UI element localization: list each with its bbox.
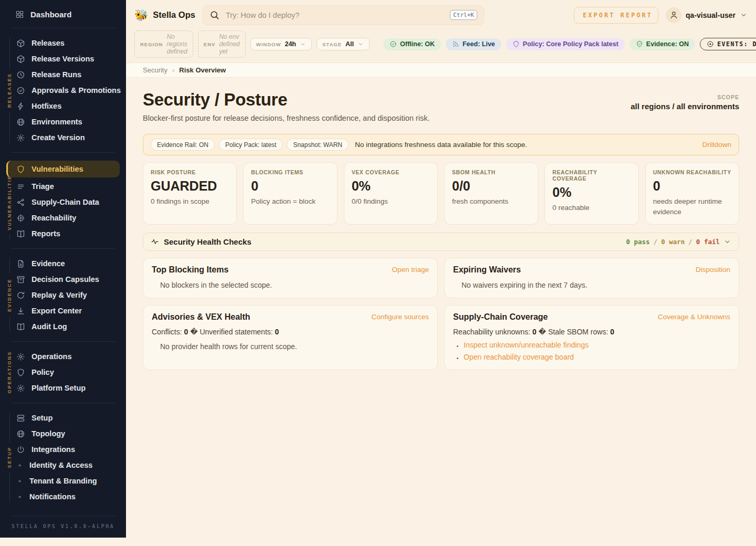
sidebar-item-label: Tenant & Branding bbox=[29, 477, 97, 485]
sidebar-item-label: Topology bbox=[32, 429, 65, 438]
evidence-rail-chip[interactable]: Evidence Rail: ON bbox=[151, 139, 215, 151]
sidebar-item-hotfixes[interactable]: Hotfixes bbox=[0, 98, 126, 114]
metric-label: BLOCKING ITEMS bbox=[251, 169, 329, 175]
region-label: REGION bbox=[140, 41, 163, 47]
drilldown-link[interactable]: Drilldown bbox=[702, 141, 731, 149]
sidebar-item-label: Triage bbox=[32, 182, 54, 191]
evidence-status-pill[interactable]: Evidence: ON bbox=[629, 38, 695, 50]
disposition-link[interactable]: Disposition bbox=[696, 266, 730, 274]
sidebar-item-label: Notifications bbox=[29, 492, 76, 501]
activity-icon bbox=[151, 237, 159, 246]
search-shortcut-badge: Ctrl+K bbox=[450, 10, 477, 20]
stage-filter-dropdown[interactable]: STAGE All bbox=[317, 38, 370, 50]
sidebar-item-vulnerabilities[interactable]: Vulnerabilities bbox=[6, 161, 120, 177]
avatar bbox=[666, 7, 681, 23]
panel-row-2: Advisories & VEX Health Configure source… bbox=[143, 305, 739, 370]
snapshot-chip[interactable]: Snapshot: WARN bbox=[287, 139, 349, 151]
coverage-unknowns-link[interactable]: Coverage & Unknowns bbox=[658, 313, 730, 321]
sidebar-divider bbox=[10, 152, 116, 153]
metric-label: SBOM HEALTH bbox=[452, 169, 530, 175]
shield-icon bbox=[16, 165, 25, 174]
events-status-pill[interactable]: EVENTS: DEGRADED bbox=[700, 38, 756, 50]
sidebar-item-release-versions[interactable]: Release Versions bbox=[0, 51, 126, 67]
sidebar-item-environments[interactable]: Environments bbox=[0, 114, 126, 130]
unverified-label: Unverified statements: bbox=[200, 328, 272, 336]
sidebar-item-reports[interactable]: Reports bbox=[0, 226, 126, 242]
clock-icon bbox=[16, 70, 25, 79]
chevron-down-icon[interactable] bbox=[723, 238, 731, 246]
env-filter-chip[interactable]: ENV No env defined yet bbox=[198, 30, 246, 58]
check-circle-icon bbox=[16, 86, 25, 95]
sidebar-item-label: Environments bbox=[32, 118, 82, 126]
feed-status-pill[interactable]: Feed: Live bbox=[446, 38, 501, 50]
open-reachability-board-link[interactable]: Open reachability coverage board bbox=[464, 353, 730, 361]
search-box[interactable]: Ctrl+K bbox=[203, 5, 484, 25]
security-health-checks-bar[interactable]: Security Health Checks 0 pass / 0 warn /… bbox=[143, 233, 739, 251]
inspect-unknown-findings-link[interactable]: Inspect unknown/unreachable findings bbox=[464, 341, 730, 349]
search-input[interactable] bbox=[225, 10, 445, 20]
sidebar-item-evidence[interactable]: Evidence bbox=[0, 256, 126, 271]
sidebar-item-approvals-promotions[interactable]: Approvals & Promotions bbox=[0, 82, 126, 98]
sidebar-group-operations: OPERATIONS Operations Policy Platform Se… bbox=[0, 346, 126, 398]
page-title: Security / Posture bbox=[143, 90, 429, 110]
metric-label: UNKNOWN REACHABILITY bbox=[653, 169, 731, 175]
sidebar-item-decision-capsules[interactable]: Decision Capsules bbox=[0, 271, 126, 287]
health-title: Security Health Checks bbox=[164, 237, 251, 246]
sidebar-item-release-runs[interactable]: Release Runs bbox=[0, 67, 126, 82]
sidebar-item-integrations[interactable]: Integrations bbox=[0, 442, 126, 457]
breadcrumb-parent[interactable]: Security bbox=[143, 66, 167, 74]
book-icon bbox=[16, 229, 25, 238]
bolt-icon bbox=[16, 102, 25, 111]
panel-title: Supply-Chain Coverage bbox=[453, 312, 548, 322]
export-report-button[interactable]: EXPORT REPORT bbox=[574, 7, 658, 24]
metric-card-unknown-reachability: UNKNOWN REACHABILITY 0 needs deeper runt… bbox=[645, 162, 739, 225]
stage-label: STAGE bbox=[322, 41, 342, 47]
sidebar-item-supply-chain-data[interactable]: Supply-Chain Data bbox=[0, 194, 126, 210]
panel-title: Top Blocking Items bbox=[152, 265, 228, 275]
sidebar-item-create-version[interactable]: Create Version bbox=[0, 130, 126, 145]
region-filter-chip[interactable]: REGION No regions defined bbox=[134, 30, 193, 58]
chevron-down-icon bbox=[300, 41, 306, 47]
power-icon bbox=[16, 445, 25, 454]
filter-bar: REGION No regions defined ENV No env def… bbox=[126, 30, 756, 62]
sidebar-item-policy[interactable]: Policy bbox=[0, 364, 126, 380]
sidebar-item-export-center[interactable]: Export Center bbox=[0, 303, 126, 319]
offline-status-pill[interactable]: Offline: OK bbox=[383, 38, 441, 50]
title-block: Security / Posture Blocker-first posture… bbox=[143, 90, 429, 122]
policy-status-pill[interactable]: Policy: Core Policy Pack latest bbox=[506, 38, 625, 50]
panel-header: Top Blocking Items Open triage bbox=[152, 265, 429, 275]
sidebar-item-triage[interactable]: Triage bbox=[0, 178, 126, 194]
sidebar-item-replay-verify[interactable]: Replay & Verify bbox=[0, 287, 126, 303]
window-filter-dropdown[interactable]: WINDOW 24h bbox=[250, 38, 312, 50]
sidebar-item-notifications[interactable]: Notifications bbox=[0, 489, 126, 505]
sidebar-item-operations[interactable]: Operations bbox=[0, 349, 126, 364]
health-fail-count: 0 fail bbox=[696, 238, 720, 246]
sidebar-item-tenant-branding[interactable]: Tenant & Branding bbox=[0, 473, 126, 489]
sidebar-item-releases[interactable]: Releases bbox=[0, 35, 126, 51]
open-triage-link[interactable]: Open triage bbox=[392, 266, 429, 274]
metric-card-reachability-coverage: REACHABILITY COVERAGE 0% 0 reachable bbox=[544, 162, 638, 225]
sidebar-item-audit-log[interactable]: Audit Log bbox=[0, 319, 126, 334]
sidebar-item-setup[interactable]: Setup bbox=[0, 410, 126, 426]
sidebar-item-reachability[interactable]: Reachability bbox=[0, 210, 126, 226]
policy-pack-chip[interactable]: Policy Pack: latest bbox=[219, 139, 282, 151]
check-circle-icon bbox=[390, 40, 397, 48]
sidebar-item-topology[interactable]: Topology bbox=[0, 426, 126, 442]
empty-state-text: No waivers expiring in the next 7 days. bbox=[453, 281, 730, 289]
sidebar-item-platform-setup[interactable]: Platform Setup bbox=[0, 380, 126, 396]
title-row: Security / Posture Blocker-first posture… bbox=[143, 90, 739, 122]
sidebar-item-label: Reports bbox=[32, 229, 60, 238]
main-column: 🐝 Stella Ops Ctrl+K EXPORT REPORT qa-vis… bbox=[126, 0, 756, 546]
health-summary: 0 pass / 0 warn / 0 fail bbox=[626, 238, 731, 246]
gear-icon bbox=[16, 133, 25, 142]
sidebar-item-dashboard[interactable]: Dashboard bbox=[0, 5, 126, 23]
sidebar-group-releases: RELEASES Releases Release Versions Relea… bbox=[0, 33, 126, 148]
brand[interactable]: 🐝 Stella Ops bbox=[134, 9, 195, 20]
configure-sources-link[interactable]: Configure sources bbox=[371, 313, 429, 321]
user-menu[interactable]: qa-visual-user bbox=[666, 7, 748, 23]
expiring-waivers-panel: Expiring Waivers Disposition No waivers … bbox=[444, 258, 739, 298]
sidebar-item-label: Setup bbox=[32, 414, 52, 422]
sidebar-item-label: Platform Setup bbox=[32, 384, 86, 392]
sidebar-item-identity-access[interactable]: Identity & Access bbox=[0, 457, 126, 473]
sidebar-divider bbox=[10, 403, 116, 403]
